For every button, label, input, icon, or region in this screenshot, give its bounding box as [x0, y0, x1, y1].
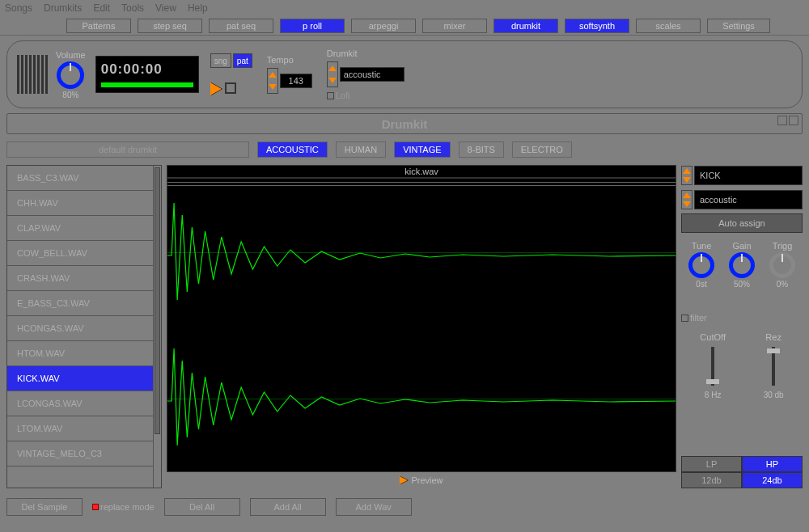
trigg-value: 0% [777, 280, 788, 289]
list-item[interactable]: CLAP.WAV [7, 216, 161, 241]
category-electro[interactable]: ELECTRO [512, 141, 572, 158]
filter-24db-button[interactable]: 24db [742, 472, 803, 488]
level-meter [17, 55, 48, 94]
tab-drumkit[interactable]: drumkit [493, 19, 558, 33]
tab-scales[interactable]: scales [636, 19, 701, 33]
chevron-up-icon [328, 65, 337, 71]
waveform-display[interactable] [167, 178, 676, 472]
list-item[interactable]: LTOM.WAV [7, 416, 161, 441]
pat-button[interactable]: pat [233, 53, 252, 68]
main-area: BASS_C3.WAV CHH.WAV CLAP.WAV COW_BELL.WA… [6, 165, 803, 488]
tab-settings[interactable]: Settings [707, 19, 770, 33]
tab-proll[interactable]: p roll [280, 19, 345, 33]
list-item[interactable]: COW_BELL.WAV [7, 241, 161, 266]
slot-spinner[interactable] [681, 166, 693, 185]
tab-mixer[interactable]: mixer [422, 19, 487, 33]
progress-bar[interactable] [101, 82, 193, 87]
del-all-button[interactable]: Del All [164, 498, 240, 516]
list-item[interactable]: CHH.WAV [7, 191, 161, 216]
preview-label: Preview [411, 475, 443, 485]
stop-icon [225, 82, 236, 94]
default-drumkit-field[interactable]: default drumkit [6, 141, 249, 158]
scroll-thumb[interactable] [155, 167, 160, 434]
tab-softsynth[interactable]: softsynth [565, 19, 629, 33]
checkbox-icon [327, 92, 334, 99]
tune-value: 0st [696, 280, 706, 289]
list-item[interactable]: HTOM.WAV [7, 341, 161, 366]
tab-patterns[interactable]: Patterns [66, 19, 131, 33]
kit-field[interactable]: accoustic [694, 190, 803, 209]
maximize-icon[interactable]: ▭ [789, 116, 798, 125]
rez-value: 30 db [764, 391, 784, 399]
add-all-button[interactable]: Add All [250, 498, 326, 516]
list-item[interactable]: CRASH.WAV [7, 266, 161, 291]
tab-bar: Patterns step seq pat seq p roll arpeggi… [0, 16, 809, 36]
rez-slider[interactable] [772, 347, 775, 386]
gain-knob[interactable] [729, 252, 755, 278]
preview-button[interactable]: Preview [167, 472, 676, 488]
drumkit-field[interactable]: accoustic [340, 67, 404, 82]
chevron-down-icon [269, 84, 277, 90]
stop-button[interactable] [225, 82, 236, 95]
category-vintage[interactable]: VINTAGE [394, 141, 450, 158]
filter-checkbox[interactable]: filter [681, 313, 803, 323]
tab-patseq[interactable]: pat seq [209, 19, 273, 33]
tempo-spinner[interactable] [267, 68, 278, 94]
menu-edit[interactable]: Edit [93, 2, 110, 14]
volume-knob[interactable] [57, 61, 84, 89]
filter-12db-button[interactable]: 12db [681, 472, 742, 488]
list-item[interactable]: BASS_C3.WAV [7, 166, 161, 191]
cutoff-slider[interactable] [711, 347, 714, 386]
minimize-icon[interactable]: ▫ [777, 116, 787, 125]
checkbox-icon [681, 315, 688, 322]
list-item[interactable]: VINTAGE_MELO_C3 [7, 441, 161, 467]
waveform-column: kick.wav Preview [167, 165, 676, 488]
cutoff-label: CutOff [700, 332, 726, 342]
tab-arpeggi[interactable]: arpeggi [351, 19, 416, 33]
tune-knob[interactable] [688, 252, 714, 278]
play-icon [400, 476, 408, 484]
play-button[interactable] [210, 82, 222, 95]
chevron-up-icon [683, 168, 691, 174]
tab-stepseq[interactable]: step seq [138, 19, 202, 33]
drumkit-spinner[interactable] [327, 61, 338, 87]
list-item-selected[interactable]: KICK.WAV [7, 366, 161, 391]
chevron-up-icon [683, 192, 691, 198]
slot-field[interactable]: KICK [694, 166, 803, 185]
del-sample-button[interactable]: Del Sample [6, 498, 83, 516]
tune-label: Tune [692, 241, 712, 251]
time-display: 00:00:00 [95, 56, 199, 93]
volume-value: 80% [62, 91, 78, 99]
time-value: 00:00:00 [101, 61, 193, 78]
auto-assign-button[interactable]: Auto assign [681, 213, 803, 233]
list-item[interactable]: E_BASS_C3.WAV [7, 291, 161, 316]
menu-songs[interactable]: Songs [5, 2, 32, 14]
sng-button[interactable]: sng [210, 53, 231, 68]
category-accoustic[interactable]: ACCOUSTIC [257, 141, 328, 158]
replace-mode-checkbox[interactable]: replace mode [92, 502, 155, 512]
lofi-checkbox[interactable]: Lofi [327, 91, 350, 100]
chevron-down-icon [328, 78, 337, 83]
kit-spinner[interactable] [681, 190, 693, 209]
filter-lp-button[interactable]: LP [681, 456, 742, 472]
menu-help[interactable]: Help [188, 2, 208, 14]
volume-label: Volume [56, 50, 86, 60]
chevron-down-icon [683, 177, 691, 183]
scrollbar[interactable] [153, 166, 161, 488]
menu-drumkits[interactable]: Drumkits [44, 2, 82, 14]
trigg-knob[interactable] [769, 252, 795, 278]
kit-category-row: default drumkit ACCOUSTIC HUMAN VINTAGE … [6, 137, 803, 162]
gain-value: 50% [734, 280, 750, 289]
tempo-value[interactable]: 143 [280, 74, 312, 88]
menu-view[interactable]: View [155, 2, 176, 14]
list-item[interactable]: HCONGAS.WAV [7, 316, 161, 341]
tempo-label: Tempo [267, 55, 294, 65]
category-human[interactable]: HUMAN [336, 141, 386, 158]
category-8bits[interactable]: 8-BITS [459, 141, 504, 158]
menu-bar: Songs Drumkits Edit Tools View Help [0, 0, 809, 16]
replace-mode-label: replace mode [100, 502, 155, 512]
list-item[interactable]: LCONGAS.WAV [7, 391, 161, 416]
filter-hp-button[interactable]: HP [742, 456, 803, 472]
menu-tools[interactable]: Tools [121, 2, 144, 14]
add-wav-button[interactable]: Add Wav [336, 498, 412, 516]
